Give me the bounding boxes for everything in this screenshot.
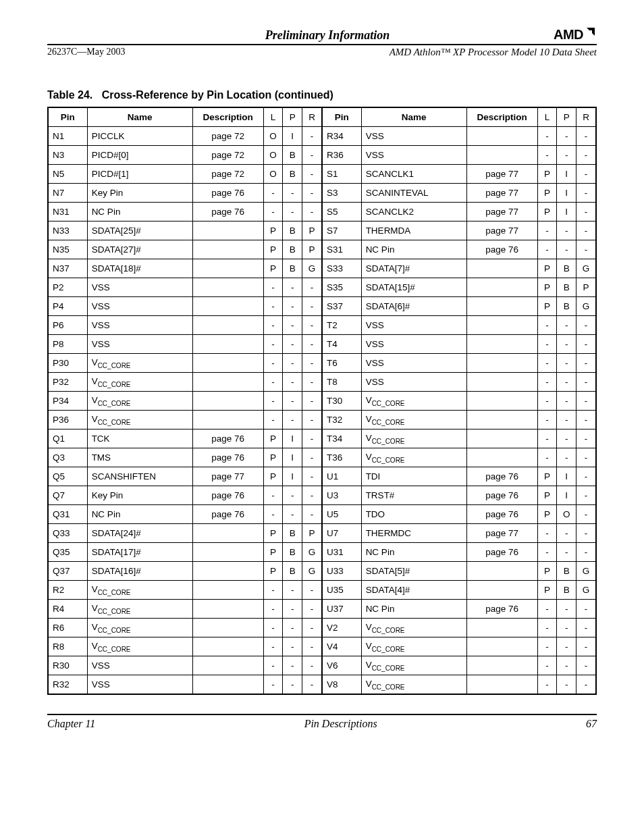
cell-name: VSS: [87, 335, 192, 354]
cell-p: -: [283, 278, 302, 297]
table-row: S7THERMDApage 77---: [323, 221, 596, 240]
cell-name: VSS: [361, 335, 466, 354]
cell-name: SDATA[24]#: [87, 524, 192, 543]
cell-r: G: [576, 562, 596, 581]
doc-id: 26237C—May 2003: [47, 47, 126, 58]
cell-desc: page 77: [466, 221, 537, 240]
cell-p: -: [283, 392, 302, 411]
cell-p: -: [557, 656, 576, 675]
cell-name: NC Pin: [87, 203, 192, 221]
cell-name: VSS: [87, 278, 192, 297]
cell-r: -: [576, 467, 596, 486]
cell-pin: U31: [323, 543, 362, 562]
cell-l: -: [537, 656, 557, 675]
cell-pin: Q7: [49, 486, 88, 505]
cell-pin: N7: [49, 184, 88, 203]
cell-p: I: [283, 429, 302, 448]
cell-pin: R34: [323, 127, 362, 146]
cell-p: I: [557, 467, 576, 486]
cell-pin: S5: [323, 203, 362, 221]
cell-l: -: [537, 637, 557, 656]
table-row: R8VCC_CORE---: [49, 637, 322, 656]
cell-desc: [192, 543, 263, 562]
cell-r: -: [576, 335, 596, 354]
cell-p: B: [283, 259, 302, 278]
cell-p: -: [557, 221, 576, 240]
cell-l: -: [263, 203, 283, 221]
cell-r: -: [576, 637, 596, 656]
cell-p: B: [283, 240, 302, 259]
cell-desc: [466, 392, 537, 411]
table-row: T32VCC_CORE---: [323, 411, 596, 429]
cell-pin: P32: [49, 373, 88, 392]
cell-desc: [466, 146, 537, 165]
cell-p: -: [557, 600, 576, 619]
cell-pin: P2: [49, 278, 88, 297]
cell-desc: [466, 259, 537, 278]
cell-p: -: [283, 619, 302, 637]
cell-name: SCANCLK1: [361, 165, 466, 184]
cell-l: P: [263, 259, 283, 278]
cell-desc: [192, 656, 263, 675]
table-row: V4VCC_CORE---: [323, 637, 596, 656]
cell-pin: U33: [323, 562, 362, 581]
cell-r: -: [302, 429, 322, 448]
table-row: U1TDIpage 76PI-: [323, 467, 596, 486]
table-row: Q35SDATA[17]#PBG: [49, 543, 322, 562]
table-row: P4VSS---: [49, 297, 322, 316]
cell-l: -: [537, 675, 557, 694]
cell-desc: [192, 278, 263, 297]
cell-desc: [192, 392, 263, 411]
cell-pin: Q33: [49, 524, 88, 543]
cell-p: B: [283, 165, 302, 184]
cell-l: -: [537, 429, 557, 448]
table-row: T36VCC_CORE---: [323, 448, 596, 467]
cell-name: VCC_CORE: [361, 656, 466, 675]
cell-desc: [466, 354, 537, 373]
cell-desc: page 76: [192, 448, 263, 467]
cell-desc: [466, 373, 537, 392]
cell-l: -: [263, 278, 283, 297]
cell-desc: [192, 221, 263, 240]
table-row: U35SDATA[4]#PBG: [323, 581, 596, 600]
cell-r: -: [576, 221, 596, 240]
cell-pin: N35: [49, 240, 88, 259]
pin-table-right: Pin Name Description L P R R34VSS---R36V…: [322, 107, 596, 694]
cell-r: -: [302, 373, 322, 392]
table-row: U5TDOpage 76PO-: [323, 505, 596, 524]
cell-p: -: [557, 411, 576, 429]
table-row: T4VSS---: [323, 335, 596, 354]
cell-p: I: [557, 486, 576, 505]
cell-desc: page 72: [192, 146, 263, 165]
footer-chapter: Chapter 11: [47, 718, 95, 730]
cell-r: -: [576, 486, 596, 505]
cell-name: THERMDA: [361, 221, 466, 240]
cell-r: -: [302, 146, 322, 165]
cell-l: -: [263, 335, 283, 354]
cell-desc: page 76: [192, 505, 263, 524]
preliminary-label: Preliminary Information: [101, 28, 554, 43]
cell-name: VCC_CORE: [361, 392, 466, 411]
cell-r: -: [302, 505, 322, 524]
caption-suffix: (continued): [275, 89, 333, 101]
cell-desc: page 76: [192, 203, 263, 221]
cell-p: I: [283, 467, 302, 486]
cell-name: VCC_CORE: [87, 354, 192, 373]
cell-r: P: [576, 278, 596, 297]
cell-desc: page 76: [466, 467, 537, 486]
cell-r: -: [576, 600, 596, 619]
table-row: S1SCANCLK1page 77PI-: [323, 165, 596, 184]
cell-r: -: [576, 411, 596, 429]
cell-p: -: [283, 600, 302, 619]
table-row: N37SDATA[18]#PBG: [49, 259, 322, 278]
table-row: Q33SDATA[24]#PBP: [49, 524, 322, 543]
cell-r: -: [576, 127, 596, 146]
cell-p: B: [557, 581, 576, 600]
cell-desc: [192, 581, 263, 600]
cell-p: -: [283, 354, 302, 373]
cell-l: P: [537, 184, 557, 203]
cell-name: SDATA[16]#: [87, 562, 192, 581]
cell-pin: N37: [49, 259, 88, 278]
cell-l: -: [537, 411, 557, 429]
cell-pin: V4: [323, 637, 362, 656]
